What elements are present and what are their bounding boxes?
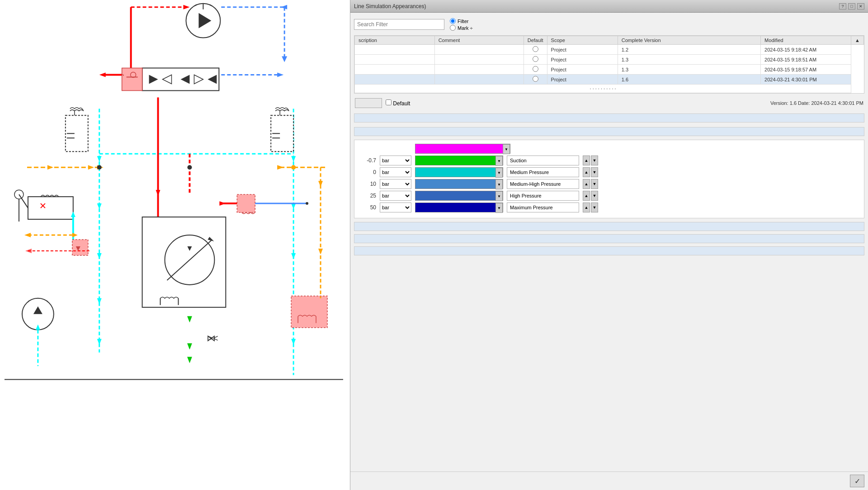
table-row[interactable]: Project 1.3 2024-03-15 9:18:51 AM	[355, 55, 864, 65]
help-button[interactable]: ?	[839, 3, 846, 9]
default-row: Default Version: 1.6 Date: 2024-03-21 4:…	[354, 96, 864, 110]
filter-radio[interactable]	[450, 18, 456, 24]
pressure-arrows-5: ▲ ▼	[583, 203, 598, 212]
table-row[interactable]: Project 1.2 2024-03-15 9:18:42 AM	[355, 45, 864, 55]
versions-table-container: scription Comment Default Scope Complete…	[354, 35, 864, 94]
pressure-value-5: 50	[358, 204, 376, 211]
confirm-button[interactable]: ✓	[850, 475, 864, 487]
versions-table: scription Comment Default Scope Complete…	[354, 36, 864, 93]
pressure-value-4: 25	[358, 193, 376, 199]
color-bar-scroll-1[interactable]: ▼	[495, 156, 503, 166]
dialog-content: Filter Mark ÷ scription Comment Default …	[350, 13, 868, 471]
row-default	[524, 55, 547, 65]
pressure-up-2[interactable]: ▲	[583, 167, 590, 177]
color-bar-medium: ▼	[415, 167, 503, 177]
pressure-value-3: 10	[358, 181, 376, 187]
minimize-button[interactable]: □	[848, 3, 855, 9]
pressure-unit-4[interactable]: bar	[380, 191, 411, 201]
color-bar-high: ▼	[415, 191, 503, 201]
pressure-up-3[interactable]: ▲	[583, 179, 590, 189]
spacer-1	[354, 113, 864, 122]
row-default	[524, 75, 547, 85]
table-row[interactable]: Project 1.3 2024-03-15 9:18:57 AM	[355, 65, 864, 75]
svg-text:⋈: ⋈	[207, 333, 216, 343]
svg-point-62	[306, 202, 308, 205]
search-input[interactable]	[354, 19, 444, 30]
pressure-value-1: -0.7	[358, 157, 376, 164]
svg-point-95	[187, 165, 192, 170]
row-scope: Project	[547, 65, 618, 75]
col-comment: Comment	[434, 36, 524, 45]
diagram-panel: >< ⋈	[0, 0, 350, 490]
dots-separator: · · · · · · · · · ·	[355, 85, 864, 93]
pressure-up-5[interactable]: ▲	[583, 203, 590, 212]
color-bar-scroll-0[interactable]: ▼	[503, 144, 510, 154]
pressure-unit-2[interactable]: bar	[380, 167, 411, 177]
spacer-2	[354, 127, 864, 136]
dots-content: · · · · · · · · · ·	[355, 85, 851, 93]
row-scope: Project	[547, 75, 618, 85]
pressure-down-3[interactable]: ▼	[591, 179, 598, 189]
pressure-down-5[interactable]: ▼	[591, 203, 598, 212]
pressure-name-medium[interactable]	[507, 167, 579, 177]
svg-rect-60	[237, 194, 255, 212]
color-bar-suction: ▼	[415, 155, 503, 165]
pressure-unit-3[interactable]: bar	[380, 179, 411, 189]
row-modified: 2024-03-21 4:30:01 PM	[761, 75, 851, 85]
pressure-up-1[interactable]: ▲	[583, 155, 590, 165]
pressure-name-medium-high[interactable]	[507, 179, 579, 189]
default-checkbox[interactable]	[386, 99, 392, 105]
pressure-up-4[interactable]: ▲	[583, 191, 590, 201]
row-modified: 2024-03-15 9:18:51 AM	[761, 55, 851, 65]
row-version: 1.3	[618, 55, 760, 65]
pressure-unit-1[interactable]: bar	[380, 155, 411, 165]
pressure-down-4[interactable]: ▼	[591, 191, 598, 201]
svg-point-94	[97, 165, 102, 170]
spacer-5	[354, 246, 864, 255]
filter-options: Filter Mark ÷	[450, 18, 473, 31]
color-bar-0: ▼	[415, 144, 510, 154]
close-button[interactable]: ✕	[857, 3, 864, 9]
row-default	[524, 65, 547, 75]
pressure-row-medium-high: 10 bar ▼ ▲ ▼	[358, 179, 860, 189]
pressure-name-max[interactable]	[507, 203, 579, 212]
default-checkbox-label: Default	[386, 99, 410, 107]
svg-rect-67	[28, 197, 73, 219]
color-bar-medium-high: ▼	[415, 179, 503, 189]
row-modified: 2024-03-15 9:18:42 AM	[761, 45, 851, 55]
pressure-down-2[interactable]: ▼	[591, 167, 598, 177]
pressure-arrows-3: ▲ ▼	[583, 179, 598, 189]
col-sort[interactable]: ▲	[851, 36, 864, 45]
pressure-down-1[interactable]: ▼	[591, 155, 598, 165]
row-scope: Project	[547, 55, 618, 65]
row-description	[355, 45, 435, 55]
color-bar-max: ▼	[415, 203, 503, 212]
row-comment	[434, 45, 524, 55]
color-bar-scroll-4[interactable]: ▼	[495, 191, 503, 201]
svg-rect-16	[122, 68, 142, 91]
pressure-arrows-4: ▲ ▼	[583, 191, 598, 201]
row-version: 1.6	[618, 75, 760, 85]
svg-rect-76	[72, 240, 88, 255]
pressure-name-suction[interactable]	[507, 155, 579, 165]
pressure-arrows-1: ▲ ▼	[583, 155, 598, 165]
pressure-unit-5[interactable]: bar	[380, 203, 411, 212]
pressure-value-2: 0	[358, 169, 376, 175]
col-scope: Scope	[547, 36, 618, 45]
color-bar-scroll-3[interactable]: ▼	[495, 179, 503, 189]
pressure-row-0: ▼	[358, 144, 860, 154]
pressure-name-high[interactable]	[507, 191, 579, 201]
spacer-3	[354, 222, 864, 231]
pressure-section: ▼ -0.7 bar ▼ ▲ ▼ 0	[354, 140, 864, 218]
color-bar-scroll-5[interactable]: ▼	[495, 203, 503, 213]
mark-radio[interactable]	[450, 25, 456, 31]
default-left: Default	[355, 98, 410, 108]
mark-radio-row: Mark ÷	[450, 25, 473, 31]
mark-label: Mark ÷	[458, 25, 473, 31]
dialog-bottom: ✓	[350, 471, 868, 490]
color-bar-scroll-2[interactable]: ▼	[495, 168, 503, 178]
table-row-selected[interactable]: Project 1.6 2024-03-21 4:30:01 PM	[355, 75, 864, 85]
row-description	[355, 75, 435, 85]
bottom-spacers	[354, 221, 864, 468]
col-description: scription	[355, 36, 435, 45]
